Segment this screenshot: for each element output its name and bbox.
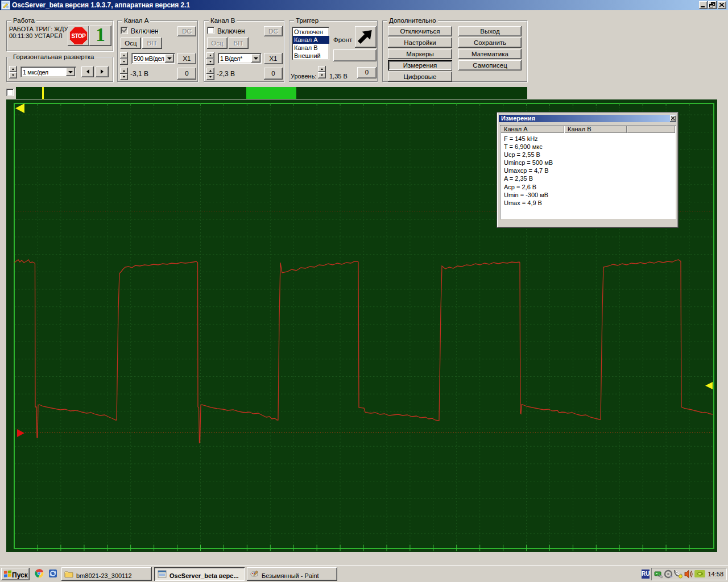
svg-text:STOP: STOP — [71, 33, 86, 39]
